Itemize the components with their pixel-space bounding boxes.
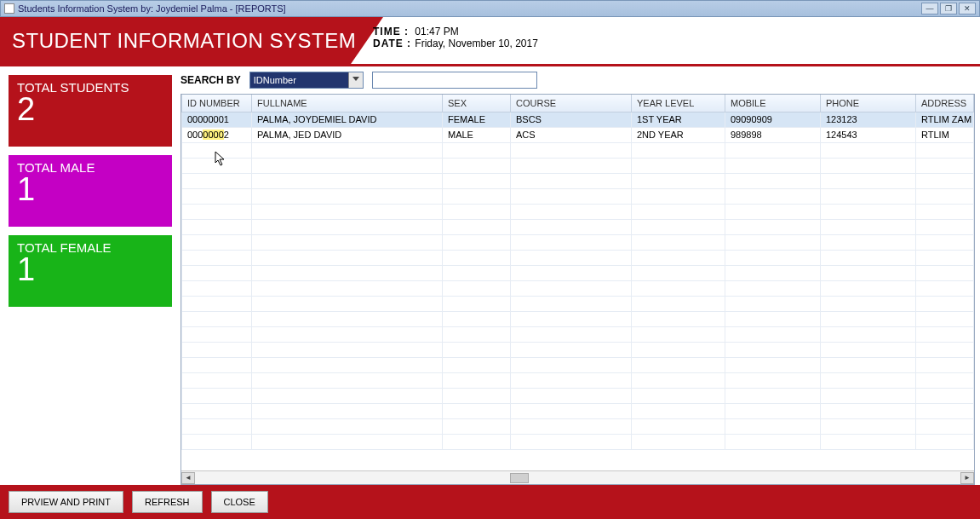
table-row-empty <box>182 234 974 250</box>
cell: 124543 <box>821 127 916 142</box>
stat-total-male: TOTAL MALE 1 <box>9 155 172 227</box>
table-row-empty <box>182 342 974 357</box>
table-row-empty <box>182 250 974 265</box>
table-row-empty <box>182 311 974 326</box>
cell: RTLIM ZAM <box>916 112 974 127</box>
cell: BSCS <box>511 112 632 127</box>
date-label: DATE : <box>373 37 412 49</box>
students-grid[interactable]: ID NUMBER FULLNAME SEX COURSE YEAR LEVEL… <box>181 94 975 485</box>
cell: PALMA, JOYDEMIEL DAVID <box>252 112 443 127</box>
search-field-dropdown[interactable]: IDNumber <box>249 72 364 89</box>
cell: 1ST YEAR <box>632 112 725 127</box>
col-yearlevel[interactable]: YEAR LEVEL <box>632 95 725 112</box>
cell: 2ND YEAR <box>632 127 725 142</box>
close-window-button[interactable]: ✕ <box>959 3 976 14</box>
table-row-empty <box>182 188 974 204</box>
app-icon <box>4 3 14 14</box>
col-phone[interactable]: PHONE <box>821 95 916 112</box>
cell: PALMA, JED DAVID <box>252 127 443 142</box>
time-value: 01:47 PM <box>415 26 458 37</box>
window-title: Students Information System by: Joydemie… <box>18 3 286 14</box>
table-row-empty <box>182 372 974 388</box>
time-date-block: TIME : 01:47 PM DATE : Friday, November … <box>373 26 538 49</box>
col-mobile[interactable]: MOBILE <box>725 95 821 112</box>
sidebar: TOTAL STUDENTS 2 TOTAL MALE 1 TOTAL FEMA… <box>0 66 174 485</box>
table-row-empty <box>182 158 974 173</box>
stat-total-male-value: 1 <box>17 173 163 205</box>
system-title: STUDENT INFORMATION SYSTEM <box>12 29 356 53</box>
cell: 00000002 <box>182 127 252 142</box>
main-area: TOTAL STUDENTS 2 TOTAL MALE 1 TOTAL FEMA… <box>0 66 980 485</box>
table-row-empty <box>182 219 974 234</box>
maximize-button[interactable]: ❐ <box>940 3 957 14</box>
search-input[interactable] <box>372 72 537 89</box>
col-sex[interactable]: SEX <box>443 95 511 112</box>
table-header-row: ID NUMBER FULLNAME SEX COURSE YEAR LEVEL… <box>182 95 974 112</box>
table-row-empty <box>182 418 974 434</box>
stat-total-students: TOTAL STUDENTS 2 <box>9 75 172 147</box>
table-row-empty <box>182 142 974 158</box>
cell: FEMALE <box>443 112 511 127</box>
table-row[interactable]: 00000001PALMA, JOYDEMIEL DAVIDFEMALEBSCS… <box>182 112 974 127</box>
table-row-empty <box>182 204 974 219</box>
preview-print-button[interactable]: PRVIEW AND PRINT <box>9 491 123 513</box>
cell: MALE <box>443 127 511 142</box>
cell: RTLIM <box>916 127 974 142</box>
table-row-empty <box>182 388 974 403</box>
chevron-down-icon <box>352 77 359 81</box>
cell: 00000001 <box>182 112 252 127</box>
col-fullname[interactable]: FULLNAME <box>252 95 443 112</box>
search-row: SEARCH BY IDNumber <box>181 72 975 89</box>
table-row-empty <box>182 357 974 372</box>
search-by-label: SEARCH BY <box>181 74 241 86</box>
refresh-button[interactable]: REFRESH <box>132 491 203 513</box>
table-row-empty <box>182 296 974 311</box>
close-button[interactable]: CLOSE <box>211 491 268 513</box>
stat-total-female: TOTAL FEMALE 1 <box>9 235 172 307</box>
scroll-right-arrow[interactable]: ► <box>960 472 974 484</box>
cell: 989898 <box>725 127 821 142</box>
stat-total-female-value: 1 <box>17 253 163 285</box>
content-area: SEARCH BY IDNumber ID NUMBER FULLNAME <box>174 66 980 485</box>
search-field-selected: IDNumber <box>254 75 296 85</box>
table-row-empty <box>182 326 974 342</box>
table-row-empty <box>182 265 974 280</box>
col-course[interactable]: COURSE <box>511 95 632 112</box>
table-row-empty <box>182 403 974 418</box>
horizontal-scrollbar[interactable]: ◄ ► <box>181 470 974 484</box>
cell: 123123 <box>821 112 916 127</box>
header-band: STUDENT INFORMATION SYSTEM TIME : 01:47 … <box>0 17 980 66</box>
minimize-button[interactable]: — <box>921 3 938 14</box>
col-address[interactable]: ADDRESS <box>916 95 974 112</box>
time-label: TIME : <box>373 26 412 37</box>
stat-total-students-value: 2 <box>17 93 163 125</box>
table-row[interactable]: 00000002PALMA, JED DAVIDMALEACS2ND YEAR9… <box>182 127 974 142</box>
cell: 09090909 <box>725 112 821 127</box>
window-titlebar: Students Information System by: Joydemie… <box>0 0 980 17</box>
table-row-empty <box>182 280 974 296</box>
date-value: Friday, November 10, 2017 <box>415 37 538 49</box>
cell: ACS <box>511 127 632 142</box>
scroll-track[interactable] <box>195 472 960 484</box>
col-idnumber[interactable]: ID NUMBER <box>182 95 252 112</box>
table-row-empty <box>182 173 974 188</box>
scroll-left-arrow[interactable]: ◄ <box>181 472 195 484</box>
table-row-empty <box>182 434 974 449</box>
scroll-thumb[interactable] <box>510 473 529 483</box>
students-table: ID NUMBER FULLNAME SEX COURSE YEAR LEVEL… <box>181 95 974 450</box>
footer-bar: PRVIEW AND PRINT REFRESH CLOSE <box>0 485 980 519</box>
